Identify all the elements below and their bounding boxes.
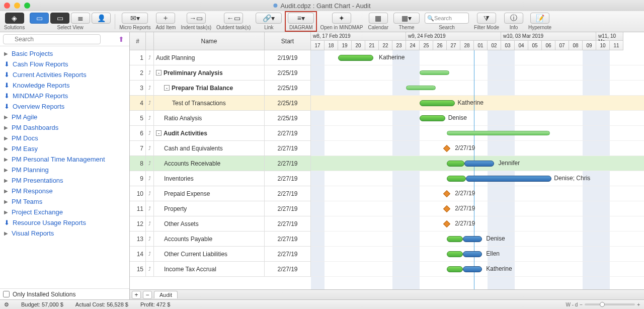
gantt-bar[interactable] bbox=[463, 251, 482, 257]
outdent-button[interactable]: ←▭ bbox=[224, 13, 243, 24]
gantt-bar[interactable] bbox=[447, 161, 464, 167]
remove-sheet-button[interactable]: − bbox=[143, 291, 152, 299]
search-input[interactable]: 🔍Search bbox=[425, 13, 469, 24]
minimize-icon[interactable] bbox=[14, 3, 20, 9]
gantt-row[interactable]: 2/27/19 bbox=[311, 201, 644, 216]
zoom-control[interactable]: W - d − + bbox=[566, 302, 640, 307]
sidebar-item[interactable]: ▶PM Personal Time Management bbox=[0, 154, 129, 165]
col-header-num[interactable]: # bbox=[130, 32, 146, 50]
view-button-2[interactable]: ▭ bbox=[50, 13, 69, 24]
gantt-bar[interactable] bbox=[463, 266, 482, 272]
only-installed-checkbox[interactable] bbox=[3, 291, 10, 297]
gantt-row[interactable] bbox=[311, 65, 644, 81]
gantt-bar[interactable] bbox=[420, 100, 455, 106]
view-button-4[interactable]: 👤 bbox=[92, 13, 111, 24]
table-row[interactable]: 1⤴Audit Planning2/19/19 bbox=[130, 50, 311, 65]
table-row[interactable]: 5⤴Ratio Analysis2/25/19 bbox=[130, 111, 311, 126]
micro-reports-button[interactable]: ✉▾ bbox=[122, 13, 148, 24]
gantt-bar[interactable] bbox=[466, 176, 551, 182]
gantt-row[interactable] bbox=[311, 126, 644, 141]
gantt-bar[interactable] bbox=[420, 115, 445, 121]
hypernote-button[interactable]: 📝 bbox=[530, 13, 549, 24]
table-row[interactable]: 11⤴Property2/27/19 bbox=[130, 201, 311, 216]
diagram-button[interactable]: ≡▾ bbox=[288, 13, 314, 24]
gantt-row[interactable]: Denise bbox=[311, 111, 644, 126]
sidebar-item[interactable]: ⬇Knowledge Reports bbox=[0, 80, 129, 91]
sidebar-item[interactable]: ⬇Overview Reports bbox=[0, 101, 129, 112]
sidebar-item[interactable]: ⬇Resource Usage Reports bbox=[0, 217, 129, 228]
sidebar-item[interactable]: ⬇Cash Flow Reports bbox=[0, 59, 129, 69]
gantt-row[interactable]: Katherine bbox=[311, 262, 644, 277]
sheet-tab[interactable]: Audit bbox=[154, 291, 178, 298]
gantt-bar[interactable] bbox=[447, 266, 463, 272]
gantt-bar[interactable] bbox=[447, 131, 550, 135]
expand-icon[interactable]: - bbox=[164, 85, 170, 91]
gantt-row[interactable]: 2/27/19 bbox=[311, 186, 644, 201]
gantt-bar[interactable] bbox=[406, 86, 436, 90]
gantt-bar[interactable] bbox=[420, 70, 449, 75]
table-row[interactable]: 15⤴Income Tax Accrual2/27/19 bbox=[130, 262, 311, 277]
add-sheet-button[interactable]: + bbox=[132, 291, 141, 299]
table-row[interactable]: 12⤴Other Assets2/27/19 bbox=[130, 216, 311, 231]
sidebar-item[interactable]: ▶PM Teams bbox=[0, 196, 129, 207]
table-row[interactable]: 3⤴-Prepare Trial Balance2/25/19 bbox=[130, 81, 311, 96]
sidebar-item[interactable]: ▶PM Presentations bbox=[0, 175, 129, 186]
gantt-row[interactable]: Denise bbox=[311, 231, 644, 247]
link-button[interactable]: 🔗▾ bbox=[256, 13, 282, 24]
milestone-icon[interactable] bbox=[443, 220, 450, 227]
table-row[interactable]: 8⤴Accounts Receivable2/27/19 bbox=[130, 156, 311, 171]
gantt-row[interactable]: Denise; Chris bbox=[311, 171, 644, 186]
theme-button[interactable]: ▦▾ bbox=[393, 13, 420, 24]
gantt-row[interactable]: Ellen bbox=[311, 247, 644, 262]
sidebar-item[interactable]: ▶PM Agile bbox=[0, 112, 129, 122]
view-button-1[interactable]: ▭ bbox=[30, 13, 49, 24]
expand-icon[interactable]: - bbox=[156, 70, 162, 75]
add-item-button[interactable]: ＋ bbox=[156, 13, 175, 24]
sidebar-search-input[interactable] bbox=[3, 34, 101, 44]
sidebar-item[interactable]: ▶Basic Projects bbox=[0, 48, 129, 59]
gantt-row[interactable] bbox=[311, 81, 644, 96]
sidebar-item[interactable]: ▶PM Easy bbox=[0, 143, 129, 154]
table-row[interactable]: 2⤴-Preliminary Analysis2/25/19 bbox=[130, 65, 311, 81]
table-row[interactable]: 4⤴Test of Transactions2/25/19 bbox=[130, 96, 311, 111]
milestone-icon[interactable] bbox=[443, 205, 450, 212]
open-mindmap-button[interactable]: ✦ bbox=[332, 13, 351, 24]
info-button[interactable]: ⓘ bbox=[504, 13, 523, 24]
gantt-bar[interactable] bbox=[447, 176, 466, 182]
table-row[interactable]: 9⤴Inventories2/27/19 bbox=[130, 171, 311, 186]
sidebar-item[interactable]: ▶PM Response bbox=[0, 186, 129, 196]
zoom-icon[interactable] bbox=[24, 3, 30, 9]
home-icon[interactable]: ⬆ bbox=[116, 34, 126, 44]
col-header-start[interactable]: Start bbox=[265, 32, 311, 50]
table-row[interactable]: 14⤴Other Current Liabilities2/27/19 bbox=[130, 247, 311, 262]
sidebar-item[interactable]: ⬇Current Activities Reports bbox=[0, 69, 129, 80]
gantt-bar[interactable] bbox=[463, 236, 482, 242]
table-row[interactable]: 6⤴-Audit Activities2/27/19 bbox=[130, 126, 311, 141]
gantt-row[interactable]: Katherine bbox=[311, 50, 644, 65]
sidebar-item[interactable]: ▶PM Planning bbox=[0, 165, 129, 175]
sidebar-item[interactable]: ▶Visual Reports bbox=[0, 228, 129, 239]
gantt-bar[interactable] bbox=[447, 251, 463, 257]
view-button-3[interactable]: ≣ bbox=[71, 13, 90, 24]
milestone-icon[interactable] bbox=[443, 190, 450, 197]
filter-mode-button[interactable]: ⧩ bbox=[477, 13, 496, 24]
gantt-row[interactable]: 2/27/19 bbox=[311, 216, 644, 231]
gantt-bar[interactable] bbox=[447, 236, 463, 242]
gantt-row[interactable]: 2/27/19 bbox=[311, 141, 644, 156]
sidebar-item[interactable]: ⬇MINDMAP Reports bbox=[0, 91, 129, 101]
close-icon[interactable] bbox=[4, 3, 10, 9]
table-row[interactable]: 13⤴Accounts Payable2/27/19 bbox=[130, 231, 311, 247]
gantt-bar[interactable] bbox=[338, 55, 373, 61]
gear-icon[interactable]: ⚙ bbox=[4, 301, 9, 308]
table-row[interactable]: 7⤴Cash and Equivalents2/27/19 bbox=[130, 141, 311, 156]
sidebar-item[interactable]: ▶PM Docs bbox=[0, 133, 129, 143]
sidebar-item[interactable]: ▶Project Exchange bbox=[0, 207, 129, 217]
indent-button[interactable]: →▭ bbox=[187, 13, 206, 24]
calendar-button[interactable]: ▦ bbox=[369, 13, 388, 24]
sidebar-item[interactable]: ▶PM Dashboards bbox=[0, 122, 129, 133]
expand-icon[interactable]: - bbox=[156, 130, 162, 136]
gantt-row[interactable]: Jennifer bbox=[311, 156, 644, 171]
table-row[interactable]: 10⤴Prepaid Expense2/27/19 bbox=[130, 186, 311, 201]
gantt-row[interactable]: Katherine bbox=[311, 96, 644, 111]
gantt-bar[interactable] bbox=[464, 161, 494, 167]
